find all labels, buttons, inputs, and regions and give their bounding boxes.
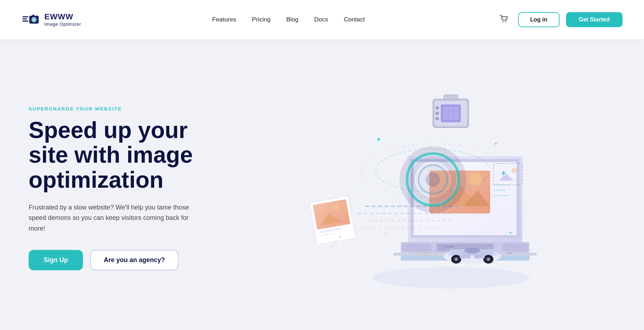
svg-rect-26 xyxy=(401,245,428,250)
hero-buttons: Sign Up Are you an agency? xyxy=(29,250,193,270)
hero-content: SUPERCHARGE YOUR WEBSITE Speed up your s… xyxy=(29,106,193,270)
hero-section: SUPERCHARGE YOUR WEBSITE Speed up your s… xyxy=(0,39,644,330)
nav-item-contact[interactable]: Contact xyxy=(344,16,365,23)
hero-illustration: ✦ xyxy=(193,78,615,299)
svg-text:✦: ✦ xyxy=(494,141,498,147)
svg-rect-78 xyxy=(460,253,470,258)
agency-button[interactable]: Are you an agency? xyxy=(90,250,179,270)
logo-text: EWWW Image Optimizer xyxy=(44,13,81,26)
hero-svg: ✦ xyxy=(258,78,551,299)
nav-item-features[interactable]: Features xyxy=(212,16,236,23)
get-started-button[interactable]: Get Started xyxy=(566,12,623,27)
svg-point-51 xyxy=(424,170,429,176)
svg-point-61 xyxy=(435,106,439,110)
brand-subtitle: Image Optimizer xyxy=(44,21,81,27)
svg-rect-55 xyxy=(443,107,459,120)
svg-point-8 xyxy=(502,21,503,23)
hero-description: Frustrated by a slow website? We'll help… xyxy=(29,202,193,234)
svg-point-62 xyxy=(435,112,439,115)
hero-tagline: SUPERCHARGE YOUR WEBSITE xyxy=(29,106,193,112)
svg-point-91 xyxy=(336,240,337,242)
svg-point-17 xyxy=(469,173,482,186)
svg-point-9 xyxy=(505,21,506,23)
nav-item-pricing[interactable]: Pricing xyxy=(252,16,270,23)
svg-text:✦: ✦ xyxy=(376,136,382,143)
svg-rect-27 xyxy=(504,245,527,250)
svg-point-67 xyxy=(464,248,480,253)
hero-title: Speed up your site with image optimizati… xyxy=(29,118,193,192)
svg-point-90 xyxy=(339,236,341,238)
svg-point-92 xyxy=(332,246,333,247)
svg-text:•: • xyxy=(385,231,386,236)
nav-right: Log in Get Started xyxy=(496,11,623,28)
svg-rect-71 xyxy=(506,253,513,254)
svg-rect-69 xyxy=(445,248,453,249)
logo-icon xyxy=(21,10,40,29)
svg-point-74 xyxy=(455,258,458,260)
svg-point-6 xyxy=(33,19,35,21)
nav-item-blog[interactable]: Blog xyxy=(286,16,298,23)
svg-rect-7 xyxy=(32,15,34,16)
navbar: EWWW Image Optimizer Features Pricing Bl… xyxy=(0,0,644,39)
svg-point-63 xyxy=(435,117,439,120)
svg-rect-60 xyxy=(444,95,458,100)
brand-name: EWWW xyxy=(44,13,81,21)
svg-text:✦: ✦ xyxy=(508,230,513,236)
svg-point-10 xyxy=(372,267,530,289)
nav-item-docs[interactable]: Docs xyxy=(314,16,328,23)
login-button[interactable]: Log in xyxy=(518,12,560,27)
logo[interactable]: EWWW Image Optimizer xyxy=(21,10,81,29)
cart-icon[interactable] xyxy=(496,11,512,28)
svg-rect-70 xyxy=(444,246,454,247)
signup-button[interactable]: Sign Up xyxy=(29,250,83,270)
svg-point-85 xyxy=(512,168,517,173)
svg-rect-79 xyxy=(474,253,485,258)
nav-links: Features Pricing Blog Docs Contact xyxy=(212,16,365,23)
svg-point-77 xyxy=(487,258,490,260)
